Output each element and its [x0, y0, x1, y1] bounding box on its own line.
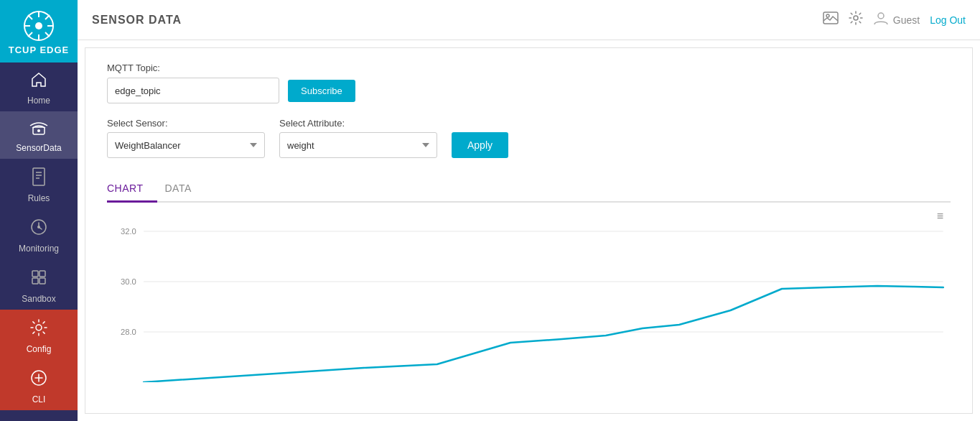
- app-name: TCUP EDGE: [9, 45, 70, 55]
- attribute-select-dropdown[interactable]: weight: [279, 132, 437, 158]
- svg-point-11: [37, 129, 40, 132]
- tab-data[interactable]: DATA: [164, 175, 205, 201]
- sidebar-item-config[interactable]: Config: [0, 310, 78, 360]
- content: MQTT Topic: Subscribe Select Sensor: Wei…: [78, 40, 980, 421]
- sidebar-item-config-label: Config: [27, 344, 52, 354]
- sidebar-item-monitoring[interactable]: Monitoring: [0, 209, 78, 259]
- logout-button[interactable]: Log Out: [930, 14, 966, 26]
- sensor-select-section: Select Sensor: WeightBalancer Select Att…: [107, 118, 951, 158]
- sandbox-icon: [29, 268, 48, 291]
- sensor-select-label: Select Sensor:: [107, 118, 265, 129]
- content-panel: MQTT Topic: Subscribe Select Sensor: Wei…: [85, 47, 973, 414]
- cli-icon: [29, 369, 48, 392]
- svg-rect-19: [39, 271, 45, 277]
- app-logo-icon: [23, 10, 55, 42]
- svg-rect-18: [32, 271, 38, 277]
- sidebar-item-home-label: Home: [27, 96, 50, 106]
- config-icon: [29, 318, 48, 341]
- attribute-select-label: Select Attribute:: [279, 118, 437, 129]
- sidebar-item-sandbox-label: Sandbox: [22, 294, 55, 304]
- sidebar-item-sandbox[interactable]: Sandbox: [0, 259, 78, 310]
- settings-icon[interactable]: [849, 11, 863, 29]
- mqtt-topic-label: MQTT Topic:: [107, 63, 951, 73]
- sidebar-item-sensordata-label: SensorData: [16, 143, 61, 153]
- sensor-icon: [29, 120, 49, 140]
- svg-point-17: [37, 226, 40, 228]
- svg-point-26: [854, 16, 858, 20]
- svg-point-1: [35, 22, 42, 29]
- sidebar: TCUP EDGE Home SensorData: [0, 0, 78, 421]
- header-actions: Guest Log Out: [823, 10, 966, 30]
- svg-point-22: [36, 325, 42, 330]
- username: Guest: [893, 14, 920, 26]
- chart-area: ≡ 32.0 30.0 28.0: [107, 203, 951, 389]
- chart-svg: 32.0 30.0 28.0: [107, 210, 951, 382]
- user-avatar-icon: [873, 10, 889, 30]
- user-info: Guest: [873, 10, 920, 30]
- subscribe-button[interactable]: Subscribe: [288, 80, 355, 102]
- monitoring-icon: [29, 218, 48, 241]
- svg-line-7: [45, 32, 50, 37]
- svg-rect-12: [33, 168, 45, 185]
- svg-text:32.0: 32.0: [121, 227, 136, 236]
- svg-rect-24: [823, 12, 838, 24]
- image-icon[interactable]: [823, 11, 839, 28]
- sensor-select-group: Select Sensor: WeightBalancer: [107, 118, 265, 158]
- main-area: SENSOR DATA: [78, 0, 980, 421]
- svg-line-9: [28, 32, 32, 37]
- sidebar-item-rules-label: Rules: [28, 193, 50, 203]
- tab-chart[interactable]: CHART: [107, 175, 157, 201]
- rules-icon: [31, 167, 47, 190]
- sidebar-item-rules[interactable]: Rules: [0, 159, 78, 209]
- sidebar-item-monitoring-label: Monitoring: [19, 244, 59, 254]
- mqtt-row: Subscribe: [107, 78, 951, 103]
- page-title: SENSOR DATA: [92, 14, 182, 27]
- svg-rect-21: [39, 278, 45, 284]
- sidebar-item-cli[interactable]: CLI: [0, 360, 78, 410]
- svg-point-27: [878, 13, 884, 19]
- svg-text:28.0: 28.0: [121, 328, 136, 336]
- tabs: CHART DATA: [107, 175, 951, 203]
- chart-menu-icon[interactable]: ≡: [937, 210, 943, 223]
- sensor-select-dropdown[interactable]: WeightBalancer: [107, 132, 265, 158]
- sidebar-item-home[interactable]: Home: [0, 63, 78, 111]
- attribute-select-group: Select Attribute: weight: [279, 118, 437, 158]
- mqtt-topic-input[interactable]: [107, 78, 279, 103]
- svg-line-8: [45, 15, 50, 19]
- home-icon: [30, 71, 47, 93]
- mqtt-section: MQTT Topic: Subscribe: [107, 63, 951, 103]
- sidebar-item-cli-label: CLI: [32, 394, 46, 404]
- svg-rect-20: [32, 278, 38, 284]
- apply-button[interactable]: Apply: [452, 132, 508, 158]
- header: SENSOR DATA: [78, 0, 980, 40]
- svg-text:30.0: 30.0: [121, 277, 136, 286]
- sidebar-item-sensordata[interactable]: SensorData: [0, 111, 78, 159]
- svg-line-6: [28, 15, 32, 19]
- sidebar-logo[interactable]: TCUP EDGE: [0, 0, 78, 63]
- svg-point-25: [826, 14, 829, 17]
